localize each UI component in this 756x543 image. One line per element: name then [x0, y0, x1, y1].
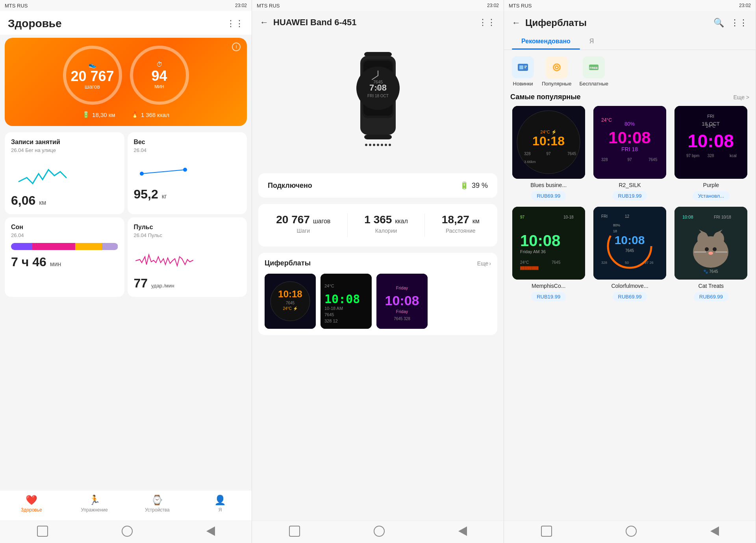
device-menu-icon[interactable]: ⋮⋮: [478, 17, 496, 28]
category-new[interactable]: Новинки: [512, 56, 534, 87]
weight-graph: [134, 158, 241, 183]
track-drawing: [11, 158, 118, 189]
search-icon[interactable]: 🔍: [713, 18, 724, 28]
wf-colorful[interactable]: FRI 12 80% 18 10:08 7645 328 50 97 26 Co…: [591, 207, 668, 301]
r2silk-price[interactable]: RUB19.99: [613, 191, 647, 200]
steps-icon: 👟: [89, 61, 96, 69]
popular-icon-box: [546, 56, 568, 78]
svg-text:328: 328: [708, 154, 714, 158]
watchface-thumb-3[interactable]: Friday 10:08 Friday 7645 328: [376, 274, 428, 329]
tab-recommended[interactable]: Рекомендовано: [512, 33, 580, 50]
recents-button-2[interactable]: [458, 526, 467, 536]
r2silk-name: R2_SILK: [619, 182, 641, 188]
free-icon-box: FREE: [583, 56, 605, 78]
devices-nav-icon: ⌚: [151, 495, 163, 506]
back-button-4[interactable]: ←: [512, 18, 521, 28]
nav-exercise[interactable]: 🏃 Упражнение: [63, 495, 126, 513]
svg-text:328: 328: [601, 261, 607, 265]
health-menu-icon[interactable]: ⋮⋮: [226, 19, 244, 29]
svg-text:10:08: 10:08: [687, 131, 734, 151]
time-3: 23:02: [739, 3, 751, 8]
svg-text:10:08: 10:08: [324, 292, 360, 306]
wf-purple-preview: FRI 18 OCT 24°C 10:08 97 bpm 328 kcal: [674, 106, 747, 179]
svg-text:Friday: Friday: [396, 285, 408, 290]
weight-card[interactable]: Вес 26.04 95,2 кг: [128, 132, 247, 214]
weight-value: 95,2 кг: [134, 187, 241, 202]
svg-text:10:18: 10:18: [532, 134, 565, 148]
new-label: Новинки: [513, 81, 533, 87]
svg-text:10:08: 10:08: [520, 232, 560, 249]
watchfaces-more[interactable]: Еще ›: [477, 260, 491, 267]
activities-title: Записи занятий: [11, 139, 118, 146]
wf-memphis[interactable]: 97 10-18 10:08 Friday AM 36 24°C 7645 ▓▓…: [510, 207, 587, 301]
svg-text:kcal: kcal: [730, 154, 737, 158]
device-header: ← HUAWEI Band 6-451 ⋮⋮: [252, 11, 504, 32]
nav-me-label: Я: [219, 507, 222, 513]
popular-more[interactable]: Еще >: [733, 94, 749, 100]
menu-icon[interactable]: ⋮⋮: [730, 18, 748, 28]
svg-text:🐾 7645: 🐾 7645: [704, 269, 718, 274]
category-popular[interactable]: Популярные: [542, 56, 571, 87]
calories-stat: 1 365 ккал Калории: [364, 213, 408, 234]
svg-text:328: 328: [524, 152, 531, 156]
weight-date: 26.04: [134, 147, 241, 153]
svg-text:10-18 AM: 10-18 AM: [324, 306, 343, 311]
minutes-value: 94: [151, 69, 167, 83]
nav-health[interactable]: ❤️ Здоровье: [0, 495, 63, 513]
home-button-1[interactable]: [37, 526, 48, 537]
nav-devices[interactable]: ⌚ Устройства: [126, 495, 189, 513]
recents-button-3[interactable]: [710, 526, 719, 536]
wf-r2silk[interactable]: 24°C 80% 10:08 FRI 18 328 97 7645 R2_SIL…: [591, 106, 668, 200]
watchface-grid-row2: 97 10-18 10:08 Friday AM 36 24°C 7645 ▓▓…: [510, 207, 749, 301]
sleep-card[interactable]: Сон 26.04 7 ч 46 мин: [5, 217, 124, 297]
colorful-price[interactable]: RUB69.99: [613, 292, 647, 301]
home-button-2[interactable]: [289, 526, 300, 537]
band-image-container: 7645 7:08 FRI 18 OCT: [252, 32, 504, 170]
category-row: Новинки Популярные FREE Бесплатные: [504, 50, 756, 93]
activities-card[interactable]: Записи занятий 26.04 Бег на улице 6,06 к…: [5, 132, 124, 214]
distance-sub: Расстояние: [446, 228, 476, 234]
svg-text:80%: 80%: [624, 121, 635, 127]
svg-text:▓▓▓▓▓▓▓▓: ▓▓▓▓▓▓▓▓: [520, 266, 539, 270]
cattreats-price[interactable]: RUB69.99: [694, 292, 728, 301]
blues-price[interactable]: RUB69.99: [531, 191, 566, 200]
svg-line-1: [142, 170, 185, 174]
back-button-5[interactable]: [626, 526, 637, 537]
steps-big-num: 20 767 шагов: [276, 213, 330, 226]
recents-button-1[interactable]: [206, 526, 215, 536]
tabs-row: Рекомендовано Я: [504, 33, 756, 50]
tab-mine[interactable]: Я: [580, 33, 604, 50]
back-button-2[interactable]: ←: [260, 17, 269, 28]
svg-text:FRI: FRI: [601, 214, 608, 219]
minutes-label: мин: [154, 83, 164, 89]
back-button-1[interactable]: [122, 526, 133, 537]
watchfaces-store-title: Циферблаты: [525, 17, 713, 28]
category-free[interactable]: FREE Бесплатные: [579, 56, 608, 87]
time-2: 23:02: [487, 3, 499, 8]
steps-sub: Шаги: [297, 228, 310, 234]
wf-blues[interactable]: 24°C ⚡ 10:18 328 97 7645 3.66km Blues bu…: [510, 106, 587, 200]
watchface-thumb-1[interactable]: 10:18 7645 24°C ⚡: [265, 274, 316, 329]
pulse-card[interactable]: Пульс 26.04 Пульс 77 удар./мин: [128, 217, 247, 297]
orange-bottom: 🔋 18,30 км 🔥 1 368 ккал: [13, 111, 239, 118]
wf-cattreats[interactable]: 10:08 FRI 10/18: [673, 207, 749, 301]
svg-text:7645: 7645: [649, 158, 658, 162]
header-icons: 🔍 ⋮⋮: [713, 18, 748, 28]
svg-text:97: 97: [520, 215, 525, 219]
status-right-1: 23:02: [235, 3, 247, 8]
watchface-grid-row1: 24°C ⚡ 10:18 328 97 7645 3.66km Blues bu…: [510, 106, 749, 200]
svg-point-44: [556, 67, 558, 68]
wf-purple[interactable]: FRI 18 OCT 24°C 10:08 97 bpm 328 kcal Pu…: [673, 106, 749, 200]
wf-colorful-preview: FRI 12 80% 18 10:08 7645 328 50 97 26: [593, 207, 666, 280]
purple-price[interactable]: Установл...: [693, 191, 730, 200]
nav-me[interactable]: 👤 Я: [189, 495, 252, 513]
home-button-3[interactable]: [541, 526, 552, 537]
svg-point-100: [708, 252, 713, 255]
carrier-2: MTS RUS: [257, 3, 280, 9]
popular-title: Самые популярные: [510, 93, 581, 101]
info-icon[interactable]: i: [232, 43, 241, 51]
memphis-price[interactable]: RUB19.99: [531, 292, 566, 301]
svg-point-19: [381, 144, 383, 146]
back-button-3[interactable]: [374, 526, 385, 537]
watchface-thumb-2[interactable]: 24°C 10:08 10-18 AM 7645 328 12: [321, 274, 372, 329]
